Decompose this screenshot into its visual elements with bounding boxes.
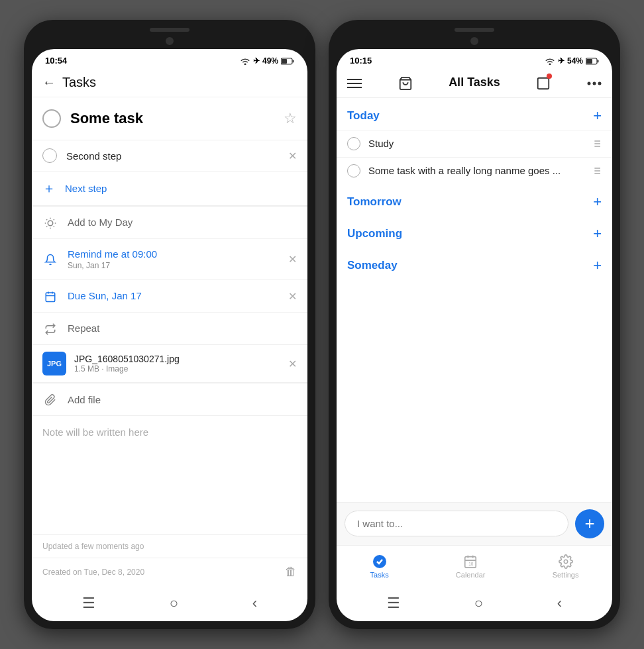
due-date-row[interactable]: Due Sun, Jan 17 ✕ (32, 280, 307, 313)
svg-line-11 (54, 219, 54, 220)
nav-tasks[interactable]: Tasks (360, 550, 400, 581)
status-right-right: ✈ 54% (545, 56, 599, 66)
file-meta: 1.5 MB · Image (74, 364, 288, 374)
battery-icon (281, 56, 294, 66)
svg-rect-2 (282, 59, 287, 64)
svg-point-3 (48, 221, 53, 226)
calendar-nav-label: Calendar (456, 571, 486, 579)
svg-rect-1 (293, 60, 294, 62)
all-tasks-header: All Tasks (337, 68, 612, 98)
bottom-input-bar: + (337, 502, 612, 545)
subtask-icon-long (591, 165, 602, 176)
someday-section-header: Someday + (337, 248, 612, 279)
nav-calendar[interactable]: 10 Calendar (445, 550, 496, 581)
nav-menu-icon-right[interactable]: ☰ (387, 595, 400, 612)
today-title: Today (347, 109, 380, 123)
add-to-my-day-content: Add to My Day (68, 217, 297, 228)
phone-speaker-right (455, 28, 494, 32)
reminder-remove-button[interactable]: ✕ (288, 253, 297, 266)
menu-button[interactable] (347, 75, 362, 90)
phone-camera-right (470, 37, 478, 45)
someday-title: Someday (347, 259, 398, 272)
delete-task-button[interactable]: 🗑 (285, 565, 297, 579)
next-step-row[interactable]: ＋ Next step (32, 172, 307, 205)
repeat-icon (42, 322, 58, 335)
reminder-row[interactable]: Remind me at 09:00 Sun, Jan 17 ✕ (32, 239, 307, 280)
task-item-long[interactable]: Some task with a really long nanme goes … (337, 157, 612, 184)
actions-section: Add to My Day Remind me at 09:00 Sun, Ja… (32, 206, 307, 345)
step-checkbox[interactable] (42, 148, 57, 163)
due-date-remove-button[interactable]: ✕ (288, 290, 297, 303)
task-long-text: Some task with a really long nanme goes … (368, 165, 587, 176)
reminder-content: Remind me at 09:00 Sun, Jan 17 (68, 248, 288, 270)
upcoming-add-button[interactable]: + (593, 225, 602, 242)
sun-icon (42, 216, 58, 229)
basket-button[interactable] (398, 75, 413, 91)
task-complete-checkbox[interactable] (42, 109, 61, 128)
add-to-my-day-row[interactable]: Add to My Day (32, 207, 307, 239)
today-add-button[interactable]: + (593, 107, 602, 125)
upcoming-section-header: Upcoming + (337, 216, 612, 248)
nav-home-icon[interactable]: ○ (170, 595, 178, 612)
tasks-nav-label: Tasks (370, 571, 389, 579)
note-placeholder: Note will be written here (42, 426, 148, 438)
battery-text-right: 54% (567, 56, 583, 66)
svg-rect-17 (598, 60, 599, 62)
battery-text: 49% (262, 56, 278, 66)
svg-text:10: 10 (468, 562, 474, 567)
wifi-icon-right (545, 56, 555, 66)
task-detail-header: ← Tasks (32, 68, 307, 97)
file-thumb-label: JPG (47, 360, 62, 368)
step-row: Second step ✕ (32, 140, 307, 172)
new-task-input[interactable] (345, 511, 568, 536)
updated-row: Updated a few moments ago (32, 535, 307, 558)
repeat-row[interactable]: Repeat (32, 313, 307, 344)
back-button[interactable]: ← (42, 75, 56, 90)
add-to-my-day-label: Add to My Day (68, 217, 133, 228)
file-name: JPG_1608051030271.jpg (74, 354, 288, 364)
airplane-icon: ✈ (253, 56, 260, 66)
next-step-label: Next step (65, 183, 107, 194)
repeat-content: Repeat (68, 323, 297, 334)
steps-section: Second step ✕ ＋ Next step (32, 140, 307, 206)
new-list-button[interactable] (536, 75, 551, 91)
status-time-right: 10:15 (350, 56, 372, 66)
svg-point-33 (564, 560, 568, 564)
status-right: ✈ 49% (240, 56, 294, 66)
nav-menu-icon[interactable]: ☰ (82, 595, 95, 612)
more-options-button[interactable] (587, 75, 602, 90)
nav-back-icon[interactable]: ‹ (252, 595, 257, 612)
note-section[interactable]: Note will be written here (32, 416, 307, 535)
step-remove-button[interactable]: ✕ (288, 150, 297, 162)
task-title: Some task (70, 110, 284, 127)
android-nav-bar-right: ☰ ○ ‹ (337, 585, 612, 621)
nav-home-icon-right[interactable]: ○ (474, 595, 483, 612)
reminder-label: Remind me at 09:00 (68, 248, 157, 260)
left-phone-screen: 10:54 ✈ 49% ← Tasks Some tas (32, 49, 307, 621)
tomorrow-section-header: Tomorrow + (337, 184, 612, 216)
add-file-row[interactable]: Add file (32, 383, 307, 416)
file-remove-button[interactable]: ✕ (288, 358, 297, 370)
header-title: Tasks (62, 75, 96, 90)
add-step-icon: ＋ (42, 179, 56, 197)
step-text: Second step (66, 150, 288, 162)
svg-point-24 (587, 82, 590, 85)
star-icon[interactable]: ☆ (284, 110, 297, 127)
created-row: Created on Tue, Dec 8, 2020 🗑 (32, 558, 307, 585)
task-study-checkbox[interactable] (347, 137, 360, 150)
nav-back-icon-right[interactable]: ‹ (557, 595, 562, 612)
upcoming-title: Upcoming (347, 227, 402, 240)
tomorrow-add-button[interactable]: + (593, 193, 602, 211)
nav-settings[interactable]: Settings (542, 550, 590, 581)
airplane-icon-right: ✈ (558, 56, 564, 66)
all-tasks-title: All Tasks (449, 75, 500, 89)
file-thumbnail: JPG (42, 352, 66, 375)
add-task-fab-button[interactable]: + (575, 509, 604, 538)
someday-add-button[interactable]: + (593, 257, 602, 274)
phone-camera (166, 37, 174, 45)
due-date-content: Due Sun, Jan 17 (68, 290, 288, 302)
task-item-study[interactable]: Study (337, 130, 612, 157)
task-long-checkbox[interactable] (347, 164, 360, 177)
bell-icon (42, 253, 58, 266)
right-phone-screen: 10:15 ✈ 54% All Tasks (337, 49, 612, 621)
